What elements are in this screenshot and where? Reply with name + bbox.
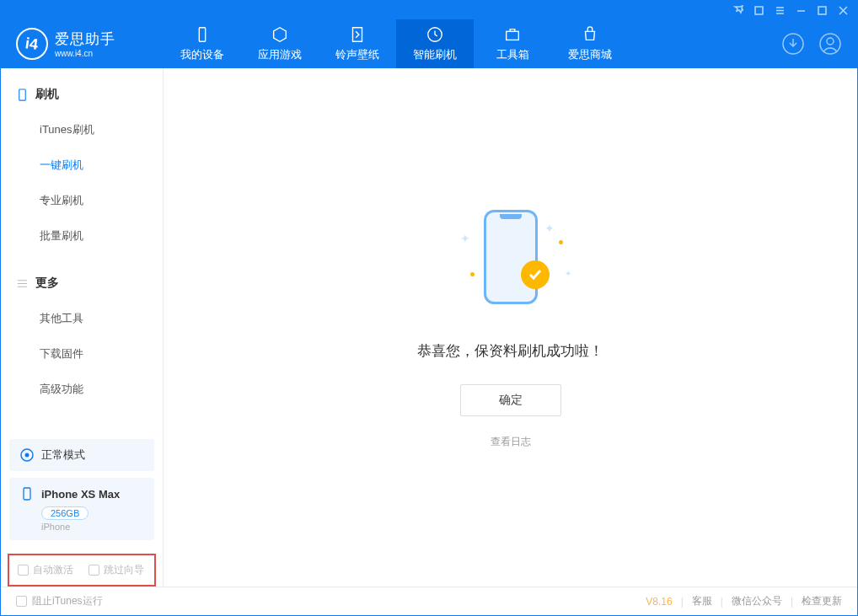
sidebar-section-more: 更多 (1, 269, 163, 297)
main-nav: 我的设备 应用游戏 铃声壁纸 智能刷机 工具箱 爱思商城 (164, 19, 629, 68)
sidebar-section-flash: 刷机 (1, 80, 163, 109)
sidebar-item-other-tools[interactable]: 其他工具 (1, 301, 163, 336)
maximize-icon[interactable] (817, 5, 828, 16)
logo: i4 爱思助手 www.i4.cn (16, 28, 164, 60)
main-content: ✦ ✦ ✦ 恭喜您，保资料刷机成功啦！ 确定 查看日志 (164, 68, 857, 587)
svg-rect-0 (755, 7, 763, 14)
view-log-link[interactable]: 查看日志 (491, 435, 531, 449)
device-card[interactable]: iPhone XS Max 256GB iPhone (9, 478, 154, 540)
svg-rect-7 (19, 88, 26, 99)
sidebar: 刷机 iTunes刷机 一键刷机 专业刷机 批量刷机 更多 其他工具 下载固件 … (1, 68, 164, 587)
checkbox-skip-guide[interactable]: 跳过向导 (88, 563, 144, 577)
footer-link-wechat[interactable]: 微信公众号 (732, 594, 782, 608)
footer-link-update[interactable]: 检查更新 (802, 594, 842, 608)
svg-rect-3 (507, 31, 519, 40)
menu-icon[interactable] (775, 5, 786, 16)
checkbox-block-itunes[interactable]: 阻止iTunes运行 (16, 594, 103, 608)
svg-rect-10 (24, 488, 30, 500)
nav-toolbox[interactable]: 工具箱 (474, 19, 551, 68)
ok-button[interactable]: 确定 (460, 384, 561, 416)
mode-card[interactable]: 正常模式 (9, 439, 154, 471)
device-capacity: 256GB (41, 506, 88, 520)
app-title: 爱思助手 (55, 29, 115, 49)
status-bar: 阻止iTunes运行 V8.16 | 客服 | 微信公众号 | 检查更新 (1, 587, 857, 615)
download-icon[interactable] (781, 32, 805, 56)
sidebar-item-pro-flash[interactable]: 专业刷机 (1, 183, 163, 218)
success-message: 恭喜您，保资料刷机成功啦！ (417, 341, 603, 361)
svg-point-9 (25, 453, 29, 458)
svg-rect-1 (818, 7, 826, 14)
nav-ringtones[interactable]: 铃声壁纸 (319, 19, 396, 68)
check-icon (521, 260, 550, 289)
sidebar-item-download-firmware[interactable]: 下载固件 (1, 336, 163, 372)
nav-store[interactable]: 爱思商城 (551, 19, 629, 68)
sidebar-item-itunes-flash[interactable]: iTunes刷机 (1, 112, 163, 147)
svg-point-6 (827, 38, 834, 45)
options-highlight: 自动激活 跳过向导 (8, 554, 156, 587)
nav-apps-games[interactable]: 应用游戏 (241, 19, 319, 68)
device-name: iPhone XS Max (41, 488, 120, 501)
nav-smart-flash[interactable]: 智能刷机 (396, 19, 474, 68)
success-illustration: ✦ ✦ ✦ (452, 206, 570, 316)
nav-my-device[interactable]: 我的设备 (164, 19, 241, 68)
app-header: i4 爱思助手 www.i4.cn 我的设备 应用游戏 铃声壁纸 智能刷机 工具… (1, 19, 857, 68)
user-icon[interactable] (818, 32, 842, 56)
svg-rect-2 (199, 28, 205, 42)
version-label: V8.16 (646, 596, 672, 608)
app-subtitle: www.i4.cn (55, 49, 115, 58)
feedback-icon[interactable] (732, 5, 743, 16)
footer-link-support[interactable]: 客服 (692, 594, 712, 608)
close-icon[interactable] (838, 5, 849, 16)
sidebar-item-batch-flash[interactable]: 批量刷机 (1, 218, 163, 254)
skin-icon[interactable] (753, 5, 764, 16)
sidebar-item-advanced[interactable]: 高级功能 (1, 372, 163, 407)
svg-point-5 (820, 34, 840, 54)
minimize-icon[interactable] (796, 5, 807, 16)
device-type: iPhone (41, 522, 144, 532)
checkbox-auto-activate[interactable]: 自动激活 (18, 563, 73, 577)
sidebar-item-oneclick-flash[interactable]: 一键刷机 (1, 147, 163, 183)
window-titlebar (1, 1, 857, 19)
